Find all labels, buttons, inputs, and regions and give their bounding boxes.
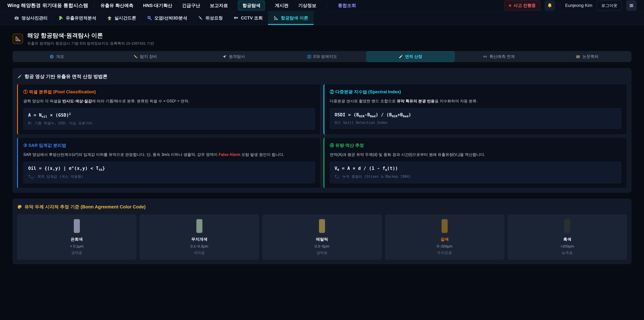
sub-nav: 영상사진관리 유출유면적분석 실시간드론 오염/선박3D분석 위성요청 — [0, 11, 644, 25]
formula-box: OSDI = (BNIR-BRed) / (BNIR+BRed) Oil Spi… — [330, 108, 621, 129]
notifications-button[interactable] — [544, 0, 555, 11]
camera-icon — [14, 16, 19, 21]
plane-icon — [222, 54, 227, 59]
bonn-heading-label: 유막 두께 시각적 추정 기준 (Bonn Agreement Color Co… — [24, 204, 146, 210]
tab-detection-equipment[interactable]: 탐지 장비 — [101, 51, 189, 62]
thickness-range: 0.3~5μm — [266, 244, 378, 248]
top-bar: Wing 해양환경 위기대응 통합시스템 유출유 확산예측 HNS·대기확산 긴… — [0, 0, 644, 11]
tab-label: 확산예측 연계 — [489, 54, 515, 59]
thickness-range: 5~200μm — [388, 244, 501, 248]
method-card-description: 광학 영상의 각 픽셀을 반사도·색상·질감에 따라 기름/해수로 분류. 분류… — [23, 98, 315, 104]
method-card-volume-inversion: ④ 유량 역산 추정 면적(A)과 평균 유막 두께(d) 및 풍화 경과 시간… — [324, 138, 627, 188]
tab-esi-map[interactable]: ESI 방제지도 — [278, 51, 366, 62]
nav-item-reports[interactable]: 보고자료 — [210, 3, 228, 9]
subnav-item-aerial-search-theory[interactable]: 항공탐색 이론 — [268, 11, 314, 25]
method-card-sar-threshold: ③ SAR 임계값 분리법 SAR 영상에서 후방산란계수(σ⁰)의 임계값 이… — [17, 138, 320, 188]
nav-item-spill-forecast[interactable]: 유출유 확산예측 — [100, 3, 134, 9]
divider — [94, 3, 94, 9]
subnav-item-pollution-ship-3d[interactable]: 오염/선박3D분석 — [142, 11, 192, 25]
tab-area-estimation[interactable]: 면적 산정 — [366, 51, 455, 62]
nav-item-rescue[interactable]: 긴급구난 — [182, 3, 200, 9]
page-title-icon-tile — [12, 34, 23, 44]
formula-caption: fe: 누적 증발비 (Stiver & Mackay 1984) — [334, 174, 616, 179]
link-icon — [483, 54, 487, 59]
area-estimation-methods-panel: 항공 영상 기반 유출유 면적 산정 방법론 ① 픽셀 분류법 (Pixel C… — [12, 68, 632, 193]
bonn-grid: 은회색 < 0.1μm 광택층 무지개색 0.1~0.3μm 박막층 메탈릭 0… — [17, 215, 627, 260]
color-swatch — [196, 219, 202, 233]
nav-item-integrated-search[interactable]: 통합조회 — [338, 3, 356, 9]
tab-label: 원격탐사 — [229, 54, 245, 59]
tab-papers-patents[interactable]: 논문특허 — [543, 51, 632, 62]
nav-item-hns[interactable]: HNS·대기확산 — [143, 3, 172, 9]
bonn-color-code-panel: 유막 두께 시각적 추정 기준 (Bonn Agreement Color Co… — [12, 199, 632, 264]
tab-remote-sensing[interactable]: 원격탐사 — [189, 51, 278, 62]
triangle-ruler-icon — [273, 16, 278, 21]
tab-label: 논문특허 — [582, 54, 598, 59]
subnav-item-oil-area-analysis[interactable]: 유출유면적분석 — [53, 11, 102, 25]
satellite-icon — [133, 54, 138, 59]
color-swatch — [564, 219, 570, 233]
incident-status-badge[interactable]: 사고 진행중 — [504, 1, 540, 11]
method-card-description: 면적(A)과 평균 유막 두께(d) 및 풍화 경과 시간(t)으로부터 원래 … — [330, 152, 621, 158]
tab-overview[interactable]: 개요 — [12, 51, 101, 62]
method-card-pixel-classification: ① 픽셀 분류법 (Pixel Classification) 광학 영상의 각… — [17, 84, 320, 135]
tab-label: 면적 산정 — [405, 54, 422, 59]
logout-button[interactable]: 로그아웃 — [597, 1, 622, 11]
method-card-title: ③ SAR 임계값 분리법 — [23, 142, 315, 148]
layer-type: 광택층 — [266, 250, 378, 255]
subnav-label: 항공탐색 이론 — [281, 15, 308, 21]
method-card-title: ① 픽셀 분류법 (Pixel Classification) — [23, 89, 315, 95]
page-content: 해양 항공탐색·원격탐사 이론 유출유 원격탐지·항공감시 기법·ESI 방제정… — [0, 25, 644, 264]
methods-heading-label: 항공 영상 기반 유출유 면적 산정 방법론 — [24, 73, 108, 80]
formula: A = Noil × (GSD)2 — [28, 112, 310, 118]
subnav-item-satellite-request[interactable]: 위성요청 — [192, 11, 228, 25]
cctv-icon — [234, 16, 238, 21]
incident-dot-icon — [509, 4, 511, 7]
bell-icon — [547, 3, 552, 9]
layer-type: 광택층 — [21, 250, 133, 255]
section-tab-bar: 개요 탐지 장비 원격탐사 ESI 방제지도 — [12, 51, 632, 62]
main-nav: 유출유 확산예측 HNS·대기확산 긴급구난 보고자료 항공탐색 게시판 기상정… — [100, 0, 356, 11]
nav-item-weather[interactable]: 기상정보 — [298, 3, 316, 9]
tab-label: 탐지 장비 — [140, 54, 157, 59]
nav-item-aerial-search[interactable]: 항공탐색 — [238, 0, 265, 11]
thickness-range: >200μm — [511, 244, 623, 248]
user-name: Eunjeong Kim — [565, 3, 592, 8]
subnav-label: 위성요청 — [205, 15, 223, 21]
incident-badge-label: 사고 진행중 — [514, 3, 536, 8]
layer-type: 두꺼운층 — [388, 250, 501, 255]
thickness-range: < 0.1μm — [21, 244, 133, 248]
color-swatch — [442, 219, 448, 233]
nav-item-board[interactable]: 게시판 — [275, 3, 288, 9]
page-title-row: 해양 항공탐색·원격탐사 이론 유출유 원격탐지·항공감시 기법·ESI 방제정… — [12, 32, 632, 46]
bonn-card-silver-gray: 은회색 < 0.1μm 광택층 — [17, 215, 136, 260]
method-card-description: SAR 영상에서 후방산란계수(σ⁰)의 임계값 이하를 유막으로 판정합니다.… — [23, 152, 315, 158]
formula-caption: Oil Spill Detection Index — [334, 121, 616, 125]
formula-box: V0 = A × d / (1 - fe(t)) fe: 누적 증발비 (Sti… — [330, 162, 621, 183]
page-subtitle: 유출유 원격탐지·항공감시 기법·ESI 방제정보지도·등록특허 10-1567… — [27, 41, 154, 46]
subnav-item-image-photo-management[interactable]: 영상사진관리 — [9, 11, 53, 25]
tab-label: 개요 — [56, 54, 64, 59]
layer-type: 농축층 — [511, 250, 623, 255]
pencil-icon — [17, 74, 22, 79]
layer-type: 박막층 — [143, 250, 256, 255]
color-swatch — [319, 219, 325, 233]
pencil-icon — [398, 54, 403, 59]
bonn-card-brown: 갈색 5~200μm 두꺼운층 — [385, 215, 504, 260]
method-card-description: 다중분광 센서로 촬영한 밴드 조합으로 유막 특유의 분광 반응을 지수화하여… — [330, 98, 621, 104]
map-icon — [307, 54, 312, 59]
formula: OSDI = (BNIR-BRed) / (BNIR+BRed) — [334, 112, 616, 118]
subnav-item-realtime-drone[interactable]: 실시간드론 — [102, 11, 142, 25]
subnav-label: 유출유면적분석 — [66, 15, 96, 21]
ufo-icon — [107, 16, 112, 21]
menu-button[interactable] — [626, 0, 636, 11]
tab-forecast-link[interactable]: 확산예측 연계 — [455, 51, 543, 62]
formula: Oil = {(x,y) | σ°(x,y) < Tth} — [28, 166, 310, 171]
method-card-title: ④ 유량 역산 추정 — [330, 142, 621, 148]
palette-icon — [17, 204, 22, 209]
subnav-label: 오염/선박3D분석 — [154, 15, 187, 21]
hamburger-menu-icon — [629, 3, 634, 8]
formula-caption: Tth: 최적 임계값 (국소 적응형) — [28, 174, 310, 179]
subnav-item-cctv[interactable]: CCTV 조회 — [228, 11, 268, 25]
formula-box: A = Noil × (GSD)2 N: 기름 픽셀수, GSD: 지상 표본거… — [23, 108, 315, 130]
